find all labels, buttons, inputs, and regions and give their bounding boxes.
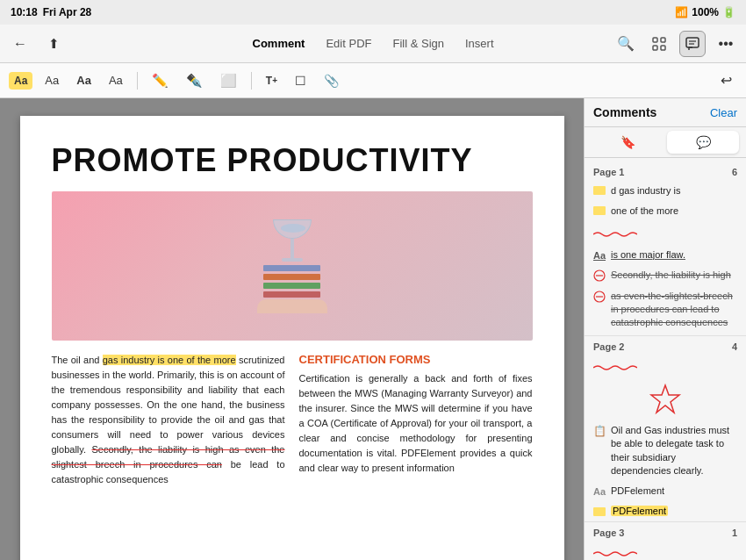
certification-title: CERTIFICATION FORMS bbox=[299, 353, 533, 366]
comment-text: d gas industry is bbox=[611, 184, 680, 197]
tab-comments[interactable]: 💬 bbox=[667, 131, 739, 154]
tab-fill-sign[interactable]: Fill & Sign bbox=[382, 32, 455, 55]
pen-tool[interactable]: ✒️ bbox=[181, 70, 208, 91]
text-highlight-yellow-tool[interactable]: Aa bbox=[9, 72, 32, 90]
svg-rect-2 bbox=[653, 46, 657, 50]
system-date: Fri Apr 28 bbox=[43, 6, 92, 18]
note-tool[interactable]: ☐ bbox=[290, 71, 312, 90]
pdf-two-col: The oil and gas industry is one of the m… bbox=[52, 353, 533, 487]
page-1-count: 6 bbox=[732, 167, 737, 177]
tab-comment[interactable]: Comment bbox=[241, 32, 315, 55]
annotation-bar: Aa Aa Aa Aa ✏️ ✒️ ⬜ T+ ☐ 📎 ↩ bbox=[0, 63, 746, 98]
comment-item-pdfelement-text[interactable]: Aa PDFelement bbox=[585, 481, 746, 501]
comment-text-strike1: Secondly, the liability is high bbox=[611, 269, 731, 282]
nav-tabs: Comment Edit PDF Fill & Sign Insert bbox=[241, 32, 504, 55]
pdf-area[interactable]: PROMOTE PRODUCTIVITY bbox=[0, 98, 584, 560]
toolbar-right: 🔍 ••• bbox=[613, 31, 739, 57]
comments-list[interactable]: Page 1 6 d gas industry is one of the mo… bbox=[585, 158, 746, 560]
system-bar-left: 10:18 Fri Apr 28 bbox=[11, 6, 91, 18]
strikethrough2-icon bbox=[593, 291, 606, 303]
main-area: PROMOTE PRODUCTIVITY bbox=[0, 98, 746, 560]
wavy-line-icon-3 bbox=[593, 545, 637, 560]
page-1-label: Page 1 bbox=[593, 167, 624, 177]
comment-item[interactable]: one of the more bbox=[585, 201, 746, 221]
grid-button[interactable] bbox=[646, 31, 672, 57]
page-2-count: 4 bbox=[732, 341, 737, 352]
page-3-label: Page 3 bbox=[593, 528, 624, 538]
separator-1 bbox=[137, 72, 138, 90]
back-button[interactable]: ← bbox=[7, 31, 33, 57]
undo-button[interactable]: ↩ bbox=[715, 69, 737, 91]
svg-rect-0 bbox=[653, 38, 657, 42]
tab-bookmarks[interactable]: 🔖 bbox=[592, 131, 664, 154]
pdf-image bbox=[52, 191, 533, 341]
comment-item-wavy[interactable] bbox=[585, 222, 746, 245]
clear-button[interactable]: Clear bbox=[710, 106, 737, 119]
more-icon: ••• bbox=[719, 36, 734, 52]
page-3-header: Page 3 1 bbox=[585, 524, 746, 542]
battery-icon: 100% bbox=[692, 6, 719, 18]
body-text-before: The oil and bbox=[52, 355, 103, 365]
wavy-line-icon-2 bbox=[593, 359, 637, 375]
wifi-icon: 📶 bbox=[675, 6, 688, 18]
system-time: 10:18 bbox=[11, 6, 38, 18]
system-bar-right: 📶 100% 🔋 bbox=[675, 6, 735, 18]
comment-text-strike2: as even-the-slightest-breech in procedur… bbox=[611, 290, 737, 330]
comment-pdfelement-label: PDFelement bbox=[611, 485, 664, 498]
tab-edit-pdf[interactable]: Edit PDF bbox=[315, 32, 382, 55]
comment-text-underline: is one major flaw. bbox=[611, 248, 685, 262]
attach-tool[interactable]: 📎 bbox=[319, 71, 344, 90]
share-icon: ⬆ bbox=[48, 36, 60, 52]
text-add-tool[interactable]: T+ bbox=[261, 72, 283, 90]
svg-marker-11 bbox=[651, 385, 679, 413]
pdfelement-highlight-icon bbox=[593, 507, 606, 516]
certification-body: Certification is generally a back and fo… bbox=[299, 371, 533, 476]
pdf-right-col: CERTIFICATION FORMS Certification is gen… bbox=[299, 353, 533, 487]
pencil-tool[interactable]: ✏️ bbox=[147, 70, 174, 91]
star-icon bbox=[648, 382, 683, 417]
svg-rect-1 bbox=[661, 38, 665, 42]
more-button[interactable]: ••• bbox=[713, 31, 739, 57]
comment-item-note[interactable]: 📋 Oil and Gas industries must be able to… bbox=[585, 420, 746, 482]
wavy-line-icon bbox=[593, 226, 637, 241]
share-button[interactable]: ⬆ bbox=[40, 31, 67, 57]
comment-text: one of the more bbox=[611, 205, 678, 218]
comment-item-strike1[interactable]: Secondly, the liability is high bbox=[585, 265, 746, 285]
comment-item-star[interactable] bbox=[585, 378, 746, 420]
pdf-title: PROMOTE PRODUCTIVITY bbox=[52, 142, 533, 179]
divider-2 bbox=[585, 521, 746, 522]
comments-tabs: 🔖 💬 bbox=[585, 127, 746, 158]
comments-icon bbox=[685, 37, 699, 51]
strikethrough-icon bbox=[593, 269, 606, 282]
search-button[interactable]: 🔍 bbox=[613, 31, 639, 57]
separator-2 bbox=[251, 72, 252, 90]
svg-rect-4 bbox=[686, 38, 699, 47]
comment-item[interactable]: d gas industry is bbox=[585, 181, 746, 201]
comment-item-wavy2[interactable] bbox=[585, 355, 746, 378]
text-underline-icon: Aa bbox=[593, 249, 606, 262]
back-icon: ← bbox=[13, 36, 27, 52]
page-2-label: Page 2 bbox=[593, 341, 624, 352]
comment-item-pdfelement-highlight[interactable]: PDFelement bbox=[585, 502, 746, 520]
comment-item-strike2[interactable]: as even-the-slightest-breech in procedur… bbox=[585, 286, 746, 334]
search-icon: 🔍 bbox=[617, 35, 635, 52]
main-toolbar: ← ⬆ Comment Edit PDF Fill & Sign Insert … bbox=[0, 25, 746, 63]
comment-item-wavy3[interactable] bbox=[585, 542, 746, 560]
text-tool-3[interactable]: Aa bbox=[104, 71, 128, 90]
yellow-highlight-icon bbox=[593, 206, 606, 215]
battery-visual: 🔋 bbox=[722, 6, 735, 18]
body-text-after: scrutinized businesses in the world. Pri… bbox=[52, 355, 285, 455]
pdf-left-col: The oil and gas industry is one of the m… bbox=[52, 353, 285, 487]
pdfelement-text-icon: Aa bbox=[593, 485, 606, 498]
text-tool-2[interactable]: Aa bbox=[71, 71, 97, 90]
pdf-page: PROMOTE PRODUCTIVITY bbox=[20, 116, 564, 560]
eraser-tool[interactable]: ⬜ bbox=[215, 70, 242, 91]
grid-icon bbox=[652, 37, 666, 51]
text-tool-1[interactable]: Aa bbox=[39, 71, 64, 90]
comments-panel-button[interactable] bbox=[679, 31, 706, 57]
tab-insert[interactable]: Insert bbox=[455, 32, 505, 55]
comment-item-underline[interactable]: Aa is one major flaw. bbox=[585, 245, 746, 265]
note-icon: 📋 bbox=[593, 425, 606, 437]
pdfelement-highlight-text: PDFelement bbox=[611, 506, 668, 516]
yellow-highlight-icon bbox=[593, 186, 606, 195]
